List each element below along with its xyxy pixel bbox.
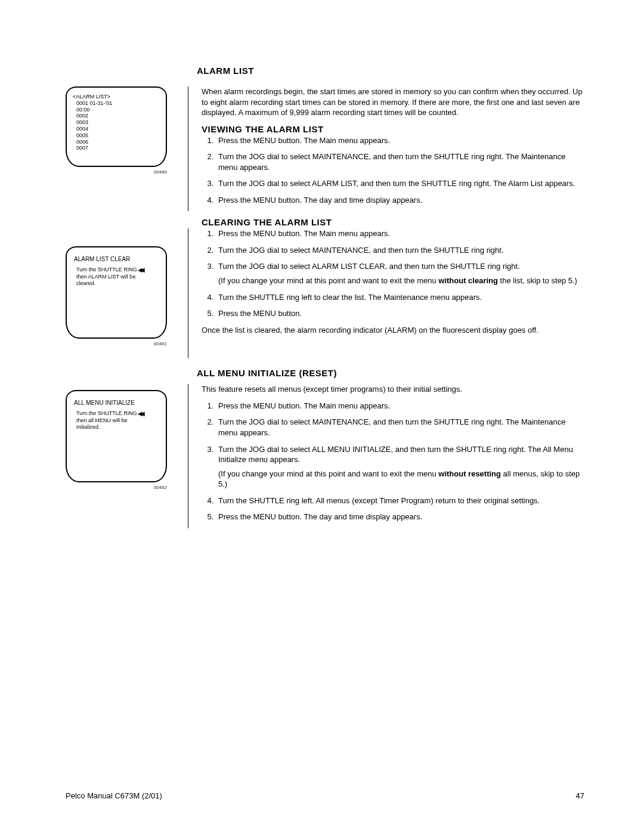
footer-left: Pelco Manual C673M (2/01)	[66, 791, 162, 800]
step: Press the MENU button. The Main menu app…	[216, 401, 584, 411]
step: Turn the SHUTTLE ring left. All menus (e…	[216, 496, 584, 506]
step: Press the MENU button. The Main menu app…	[216, 228, 584, 239]
screen3-title: ALL MENU INITIALIZE	[74, 400, 160, 407]
step: Press the MENU button. The day and time …	[216, 195, 584, 206]
screen3-line3: initialized.	[76, 424, 100, 430]
subtitle-viewing: Viewing the Alarm List	[202, 124, 584, 134]
screen1-caption: 00480	[66, 169, 167, 175]
all-menu-steps: Press the MENU button. The Main menu app…	[202, 401, 584, 522]
screen2-line2: then ALARM LIST will be	[76, 274, 135, 280]
screen1-row: 0007	[76, 145, 161, 151]
screen-alarm-list-clear: ALARM LIST CLEAR Turn the SHUTTLE RING◀◀…	[66, 246, 167, 339]
step: Turn the JOG dial to select MAINTENANCE,…	[216, 245, 584, 256]
screen1-row: 0004	[76, 126, 161, 132]
clearing-note: (If you change your mind at this point a…	[218, 275, 584, 286]
clearing-paragraph: Once the list is cleared, the alarm reco…	[202, 325, 584, 336]
all-menu-note: (If you change your mind at this point a…	[218, 469, 584, 490]
step: Press the MENU button.	[216, 308, 584, 319]
step: Turn the JOG dial to select MAINTENANCE,…	[216, 417, 584, 438]
step: Press the MENU button. The day and time …	[216, 512, 584, 522]
screen1-row: 00:00	[76, 107, 161, 113]
screen1-row: 0003	[76, 119, 161, 126]
step: Turn the JOG dial to select ALARM LIST C…	[216, 261, 584, 286]
step: Turn the JOG dial to select ALARM LIST, …	[216, 178, 584, 189]
screen1-row: 0006	[76, 139, 161, 145]
screen3-line1: Turn the SHUTTLE RING	[76, 411, 137, 417]
screen3-caption: 00482	[66, 485, 167, 490]
subtitle-clearing: Clearing the Alarm List	[202, 217, 584, 227]
rewind-icon: ◀◀	[138, 267, 143, 274]
step: Turn the JOG dial to select MAINTENANCE,…	[216, 151, 584, 172]
step: Turn the JOG dial to select ALL MENU INI…	[216, 444, 584, 490]
section-title-alarm-list: Alarm List	[197, 66, 584, 76]
footer-page-number: 47	[576, 791, 584, 800]
screen1-row: 0001 01-31-'01	[76, 100, 161, 107]
screen3-line2: then all MENU will be	[76, 417, 128, 423]
rewind-icon: ◀◀	[138, 410, 143, 417]
screen1-row: 0005	[76, 132, 161, 139]
section-title-all-menu: All Menu Initialize (Reset)	[197, 368, 584, 378]
screen2-line1: Turn the SHUTTLE RING	[76, 267, 137, 273]
screen1-row: 0002	[76, 113, 161, 119]
screen1-header: <ALARM LIST>	[73, 94, 161, 100]
screen2-title: ALARM LIST CLEAR	[74, 256, 160, 263]
all-menu-intro: This feature resets all menus (except ti…	[202, 384, 584, 395]
intro-paragraph: When alarm recordings begin, the start t…	[202, 86, 584, 118]
viewing-steps: Press the MENU button. The Main menu app…	[202, 135, 584, 206]
clearing-steps: Press the MENU button. The Main menu app…	[202, 228, 584, 318]
step: Press the MENU button. The Main menu app…	[216, 135, 584, 146]
screen2-line3: cleared.	[76, 280, 95, 286]
screen-alarm-list: <ALARM LIST> 0001 01-31-'01 00:00 0002 0…	[66, 86, 167, 167]
screen2-caption: 00481	[66, 341, 167, 346]
step: Turn the SHUTTLE ring left to clear the …	[216, 292, 584, 303]
screen-all-menu-initialize: ALL MENU INITIALIZE Turn the SHUTTLE RIN…	[66, 390, 167, 482]
